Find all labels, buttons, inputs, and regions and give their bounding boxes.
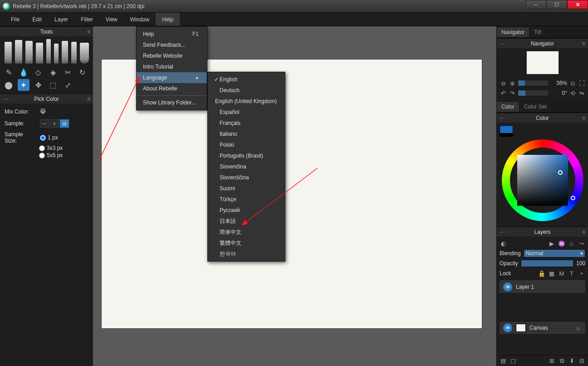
lang-16[interactable]: 한국어 (208, 248, 285, 259)
lang-14[interactable]: 简体中文 (208, 227, 285, 237)
blending-select[interactable]: Normal▾ (524, 249, 585, 257)
lang-10[interactable]: Suomi (208, 183, 285, 194)
samplesize-3x3[interactable] (39, 145, 45, 151)
canvas-settings-icon[interactable]: ☼ (574, 324, 582, 331)
menuitem-feedback[interactable]: Send Feedback... (137, 40, 207, 50)
close-button[interactable]: ✕ (567, 0, 588, 9)
tab-colorset[interactable]: Color Set (519, 102, 552, 112)
rotate-reset-icon[interactable]: ⟲ (569, 89, 576, 97)
brush-6[interactable] (54, 44, 59, 64)
navigator-thumbnail[interactable] (526, 51, 559, 74)
flip-icon[interactable]: ⇋ (578, 89, 585, 97)
blow-icon[interactable]: ⤳ (578, 240, 585, 247)
lang-0[interactable]: ✓English (208, 74, 285, 85)
undo-icon[interactable]: ↻ (77, 66, 88, 78)
menu-help[interactable]: Help (156, 13, 180, 26)
menu-filter[interactable]: Filter (74, 13, 99, 26)
lang-11[interactable]: Türkçe (208, 194, 285, 205)
canvas-size-icon[interactable]: ⤢ (62, 79, 74, 91)
opacity-slider[interactable] (521, 260, 573, 267)
play-icon[interactable]: ▶ (548, 240, 555, 247)
menuitem-website[interactable]: Rebelle Website (137, 50, 207, 61)
dry-icon[interactable]: ♨ (568, 240, 575, 247)
lang-1[interactable]: Deutsch (208, 85, 285, 96)
lang-7[interactable]: Português (Brasil) (208, 150, 285, 161)
navigator-menu-icon[interactable]: ≡ (582, 40, 585, 47)
layer-item[interactable]: 👁 Layer 1 (500, 280, 585, 294)
lock-alpha-icon[interactable]: • (578, 270, 585, 277)
color-wheel[interactable] (502, 139, 583, 221)
rotation-slider[interactable] (518, 90, 549, 96)
brush-4[interactable] (36, 43, 43, 64)
menuitem-help[interactable]: HelpF1 (137, 29, 207, 40)
delete-layer-icon[interactable]: ⊟ (578, 357, 585, 365)
lock-pixels-icon[interactable]: ▦ (548, 270, 555, 277)
move-icon[interactable]: ✥ (32, 79, 44, 91)
water-icon[interactable]: ⬤ (3, 79, 15, 91)
tab-navigator[interactable]: Navigator (497, 27, 529, 37)
zoom-slider[interactable] (518, 80, 549, 86)
mixcolor-icon[interactable]: ⟱ (40, 107, 46, 116)
pickcolor-menu-icon[interactable]: ≡ (87, 96, 90, 102)
layer-mask-icon[interactable]: ▢ (510, 357, 517, 365)
lang-4[interactable]: Français (208, 118, 285, 129)
previous-color-swatch[interactable] (500, 133, 513, 137)
menuitem-language[interactable]: Language▸ (137, 72, 207, 83)
current-color-swatch[interactable] (500, 125, 513, 134)
tools-menu-icon[interactable]: ≡ (87, 29, 90, 35)
canvas-visibility-icon[interactable]: 👁 (503, 323, 512, 332)
layers-menu-icon[interactable]: ≡ (582, 229, 585, 235)
menu-edit[interactable]: Edit (26, 13, 48, 26)
lang-15[interactable]: 繁體中文 (208, 237, 285, 248)
hue-handle[interactable] (571, 196, 575, 200)
mask-t-icon[interactable]: T (568, 270, 575, 277)
brush-3[interactable] (25, 41, 33, 64)
menuitem-intro[interactable]: Intro Tutorial (137, 61, 207, 72)
mask-m-icon[interactable]: M (558, 270, 565, 277)
zoom-out-icon[interactable]: ⊖ (500, 79, 507, 87)
brush-7[interactable] (62, 41, 68, 64)
layer-group-icon[interactable]: ▤ (500, 357, 507, 365)
color-menu-icon[interactable]: ≡ (582, 115, 585, 121)
blend-icon[interactable]: 💧 (18, 66, 29, 78)
rotate-cw-icon[interactable]: ↷ (509, 89, 516, 97)
menu-view[interactable]: View (99, 13, 124, 26)
eyedropper-icon[interactable]: ✦ (18, 79, 29, 91)
duplicate-layer-icon[interactable]: ⧉ (558, 357, 565, 365)
paint-icon[interactable]: ✎ (3, 66, 15, 78)
transform-icon[interactable]: ✂ (62, 66, 74, 78)
tab-color[interactable]: Color (497, 102, 519, 112)
layer-effects-icon[interactable]: ◐ (500, 240, 507, 247)
wet-icon[interactable]: ♒ (558, 240, 565, 247)
brush-1[interactable] (5, 42, 12, 64)
lang-6[interactable]: Polski (208, 139, 285, 150)
menu-layer[interactable]: Layer (48, 13, 74, 26)
sample-mode-2[interactable]: ≡ (50, 119, 59, 128)
lang-9[interactable]: Slovenščina (208, 172, 285, 183)
sample-mode-1[interactable]: — (40, 119, 49, 128)
canvas-layer-item[interactable]: 👁 Canvas ☼ (500, 321, 585, 335)
samplesize-1px[interactable] (40, 135, 46, 141)
sample-mode-3[interactable]: ▤ (60, 119, 69, 128)
lang-3[interactable]: Español (208, 107, 285, 118)
select-icon[interactable]: ⬚ (47, 79, 59, 91)
minimize-button[interactable]: ─ (525, 0, 546, 9)
rotate-ccw-icon[interactable]: ↶ (500, 89, 507, 97)
zoom-in-icon[interactable]: ⊕ (509, 79, 516, 87)
lang-8[interactable]: Slovenčina (208, 161, 285, 172)
zoom-fit-icon[interactable]: ⛶ (578, 79, 585, 87)
brush-2[interactable] (15, 40, 22, 64)
fill-icon[interactable]: ◈ (47, 66, 59, 78)
samplesize-5x5[interactable] (39, 153, 45, 158)
lang-2[interactable]: English (United Kingdom) (208, 96, 285, 107)
menuitem-about[interactable]: About Rebelle (137, 83, 207, 94)
layer-visibility-icon[interactable]: 👁 (503, 282, 512, 292)
brush-8[interactable] (71, 42, 77, 64)
merge-layer-icon[interactable]: ⬇ (568, 357, 575, 365)
brush-9[interactable] (80, 43, 89, 64)
menu-file[interactable]: File (5, 13, 26, 26)
lang-12[interactable]: Русский (208, 205, 285, 216)
lang-13[interactable]: 日本語 (208, 216, 285, 227)
zoom-reset-icon[interactable]: ⊙ (569, 79, 576, 87)
brush-5[interactable] (46, 39, 51, 64)
